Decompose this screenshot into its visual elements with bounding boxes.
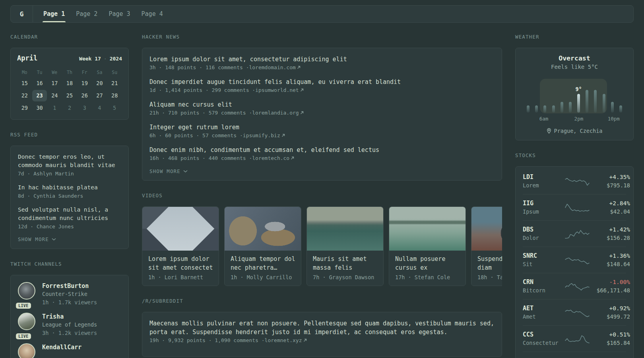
rss-widget-label: RSS FEED <box>10 132 129 138</box>
stock-row[interactable]: AET Amet +0.92% $499.72 <box>523 299 626 325</box>
hackernews-item-title[interactable]: Donec imperdiet augue tincidunt felis al… <box>149 78 495 86</box>
stock-name: Ipsum <box>523 208 561 216</box>
videos-widget-label: VIDEOS <box>142 193 502 198</box>
hackernews-item-meta: 21h · 710 points · 579 comments · loreml… <box>149 110 495 116</box>
external-link-icon <box>297 66 301 69</box>
stock-row[interactable]: AHS +0.46% <box>523 352 626 358</box>
hackernews-item-meta: 6h · 60 points · 57 comments · ipsumify.… <box>149 132 495 138</box>
hackernews-item-domain[interactable]: ipsumify.biz <box>243 132 280 138</box>
page-tab[interactable]: Page 4 <box>136 6 169 22</box>
weather-hour-bar: 9° <box>577 94 580 113</box>
video-card[interactable]: Lorem ipsum dolor sit amet consectetu… 1… <box>142 206 219 286</box>
video-meta: 17h · Stefan Cole <box>395 274 460 280</box>
stock-row[interactable]: CRN Bitcorn -1.00% $66,171.48 <box>523 273 626 299</box>
twitch-channel-name[interactable]: Trisha <box>42 313 97 321</box>
calendar-widget-label: CALENDAR <box>10 34 129 40</box>
rss-widget: Donec tempor eros leo, ut commodo mauris… <box>10 146 129 249</box>
hackernews-item-title[interactable]: Integer eget rutrum lorem <box>149 123 495 132</box>
hackernews-show-more-button[interactable]: SHOW MORE <box>149 168 495 174</box>
avatar <box>18 313 35 330</box>
calendar-separator: · <box>104 56 107 62</box>
calendar-day-cell: 16 <box>32 78 47 89</box>
twitch-channel-name[interactable]: ForrestBurton <box>42 282 97 290</box>
calendar-day-cell: 15 <box>17 78 32 89</box>
weather-widget: Overcast Feels like 5°C <box>515 48 634 140</box>
dashboard-content: CALENDAR April Week 17 · 2024 Mo Tu We T… <box>0 23 644 358</box>
calendar-day-cell: 27 <box>92 90 107 101</box>
twitch-channel-name[interactable]: KendallCarr <box>42 343 81 351</box>
video-thumbnail[interactable] <box>142 207 219 251</box>
video-title-line2: sit amet consectetu… <box>148 263 213 272</box>
stock-row[interactable]: CCS Consectetur +0.51% $165.84 <box>523 325 626 352</box>
stock-sparkline <box>564 255 590 266</box>
video-thumbnail[interactable] <box>471 207 502 251</box>
twitch-channel-row[interactable]: LIVE Trisha League of Legends 3h · 1.2k … <box>18 313 121 337</box>
page-tab[interactable]: Page 2 <box>70 6 103 22</box>
weather-hour-bar <box>552 105 555 113</box>
hackernews-item-domain[interactable]: loremtech.co <box>252 155 289 161</box>
video-thumbnail[interactable] <box>307 207 383 251</box>
video-thumbnail[interactable] <box>389 207 466 251</box>
app-logo[interactable]: G <box>11 6 33 22</box>
calendar-day-cell: 17 <box>47 78 62 89</box>
twitch-channel-row[interactable]: LIVE ForrestBurton Counter-Strike 1h · 1… <box>18 282 121 306</box>
hackernews-item-title[interactable]: Donec enim nibh, condimentum et accumsan… <box>149 146 495 154</box>
stock-sparkline <box>564 333 590 344</box>
calendar-day-cell: 20 <box>92 78 107 89</box>
stock-row[interactable]: DBS Dolor +1.42% $156.28 <box>523 220 626 247</box>
page-tab[interactable]: Page 3 <box>103 6 136 22</box>
weather-hour-bar <box>594 90 597 113</box>
stock-identity: SNRC Sit <box>523 252 561 268</box>
twitch-channel-game: League of Legends <box>42 321 97 329</box>
stock-numbers: +1.36% $148.64 <box>594 252 630 268</box>
hackernews-item-title[interactable]: Lorem ipsum dolor sit amet, consectetur … <box>149 55 495 64</box>
twitch-channel-info: Trisha League of Legends 3h · 1.2k viewe… <box>42 313 97 337</box>
hackernews-item-domain[interactable]: ipsumworld.net <box>255 87 299 93</box>
hackernews-item-stats: 1d · 1,414 points · 299 comments · <box>149 87 255 93</box>
weather-hour-bar <box>535 105 538 113</box>
rss-item[interactable]: Sed volutpat nulla nisl, a condimentum n… <box>18 206 121 230</box>
calendar-day-cell: 23 <box>32 90 47 101</box>
stock-symbol: IIG <box>523 199 561 208</box>
rss-item-title[interactable]: In hac habitasse platea <box>18 183 121 192</box>
twitch-channel-game: Counter-Strike <box>42 290 97 298</box>
video-card[interactable]: Suspendisse diam 18h · Tara <box>471 206 502 286</box>
calendar-day-cell: 4 <box>92 102 107 114</box>
hackernews-item-title[interactable]: Aliquam nec cursus elit <box>149 100 495 109</box>
video-card[interactable]: Mauris sit amet massa felis 7h · Grayson… <box>306 206 384 286</box>
chevron-down-icon <box>52 238 56 241</box>
stock-price: $148.64 <box>594 260 630 268</box>
subreddit-widget: Maecenas mollis pulvinar erat non posuer… <box>142 312 502 357</box>
weather-hour-bar <box>611 102 614 113</box>
stock-name: Bitcorn <box>523 286 561 294</box>
calendar-day-cell: 25 <box>62 90 77 101</box>
video-card-body: Aliquam tempor dolor nec pharetra… 1h · … <box>225 251 301 286</box>
video-card[interactable]: Aliquam tempor dolor nec pharetra… 1h · … <box>224 206 301 286</box>
stock-row[interactable]: IIG Ipsum +2.84% $42.04 <box>523 194 626 220</box>
calendar-day-cell: 3 <box>77 102 92 114</box>
video-thumbnail[interactable] <box>225 207 301 251</box>
weather-hour-bar <box>569 102 572 113</box>
stock-row[interactable]: LDI Lorem +4.35% $795.18 <box>523 168 626 194</box>
rss-show-more-button[interactable]: SHOW MORE <box>18 236 121 242</box>
rss-item[interactable]: In hac habitasse platea 8d · Cynthia Sau… <box>18 183 121 199</box>
external-link-icon <box>300 111 304 115</box>
hackernews-item-meta: 1d · 1,414 points · 299 comments · ipsum… <box>149 87 495 93</box>
video-card[interactable]: Nullam posuere cursus ex 17h · Stefan Co… <box>389 206 466 286</box>
weather-axis-tick: 6am <box>539 116 549 122</box>
subreddit-post-domain[interactable]: loremnet.xyz <box>265 337 302 343</box>
stock-row[interactable]: SNRC Sit +1.36% $148.64 <box>523 247 626 273</box>
hackernews-item-domain[interactable]: loremlandia.org <box>252 110 299 116</box>
rss-item-title[interactable]: Donec tempor eros leo, ut commodo mauris… <box>18 153 121 169</box>
right-column: WEATHER Overcast Feels like 5°C <box>515 34 634 358</box>
calendar-widget: April Week 17 · 2024 Mo Tu We Th Fr <box>10 48 129 120</box>
weather-location[interactable]: Prague, Czechia <box>523 128 626 134</box>
subreddit-post-title[interactable]: Maecenas mollis pulvinar erat non posuer… <box>149 319 495 337</box>
hackernews-item-domain[interactable]: loremdomain.com <box>249 64 295 70</box>
twitch-channel-row[interactable]: KendallCarr <box>18 343 121 358</box>
page-tab[interactable]: Page 1 <box>38 6 70 22</box>
rss-item[interactable]: Donec tempor eros leo, ut commodo mauris… <box>18 153 121 177</box>
calendar-month: April <box>17 54 37 62</box>
stock-price: $499.72 <box>594 313 630 321</box>
rss-item-title[interactable]: Sed volutpat nulla nisl, a condimentum n… <box>18 206 121 222</box>
